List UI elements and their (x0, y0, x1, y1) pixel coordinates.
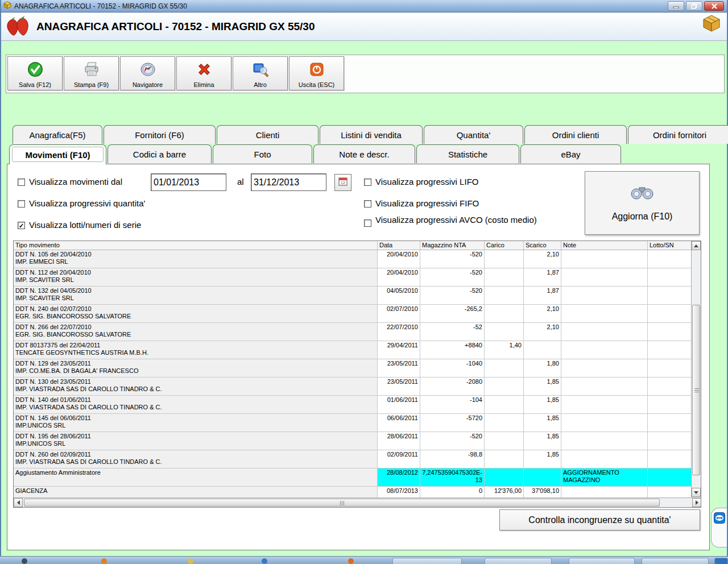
table-row[interactable]: DDT N. 140 del 01/06/2011IMP. VIASTRADA … (14, 396, 701, 414)
vertical-scroll-thumb[interactable] (692, 305, 700, 475)
toolbar-button-elimina[interactable]: Elimina (176, 56, 231, 90)
table-row[interactable]: DDT 80137375 del 22/04/2011TENCATE GEOSY… (14, 341, 701, 359)
tab-foto[interactable]: Foto (213, 144, 312, 163)
tab-movimenti-f10[interactable]: Movimenti (F10) (9, 144, 106, 164)
cell-data: 28/08/2012 (378, 468, 420, 486)
horizontal-scrollbar[interactable] (14, 497, 701, 507)
tab-ordini-clienti[interactable]: Ordini clienti (524, 125, 627, 144)
cell-tipo-movimento: DDT N. 132 del 04/05/2010IMP. SCAVITER S… (14, 287, 378, 304)
tab-fornitori-f6[interactable]: Fornitori (F6) (104, 125, 216, 144)
cell-data: 29/04/2011 (378, 341, 420, 359)
date-to-input[interactable] (251, 173, 326, 191)
cell-lotto-sn (648, 268, 692, 286)
remote-support-tab[interactable] (711, 508, 727, 548)
table-row[interactable]: DDT N. 130 del 23/05/2011IMP. VIASTRADA … (14, 378, 701, 396)
cell-note (561, 414, 648, 432)
tab-clienti[interactable]: Clienti (217, 125, 318, 144)
table-row[interactable]: Aggiustamento Amministratore28/08/20127,… (14, 468, 701, 487)
taskbar-app-icon[interactable] (348, 558, 354, 564)
taskbar-app-button[interactable] (485, 558, 552, 564)
aggiorna-button[interactable]: Aggiorna (F10) (585, 171, 700, 235)
column-header-lotto-sn[interactable]: Lotto/SN (648, 241, 692, 250)
taskbar-app-icon[interactable] (22, 558, 27, 564)
table-row[interactable]: DDT N. 145 del 06/06/2011IMP.UNICOS SRL0… (14, 414, 701, 432)
checkbox-visualizza-progressivi-avco-costo-medio[interactable] (364, 219, 371, 227)
column-header-data[interactable]: Data (378, 241, 420, 250)
tab-label: Quantita' (457, 130, 491, 140)
scroll-left-button[interactable] (14, 498, 23, 507)
restore-button[interactable] (686, 1, 702, 11)
tab-codici-a-barre[interactable]: Codici a barre (107, 144, 212, 163)
horizontal-scroll-thumb[interactable] (24, 499, 660, 507)
cell-tipo-movimento: DDT N. 112 del 20/04/2010IMP. SCAVITER S… (14, 268, 378, 286)
table-row[interactable]: DDT N. 129 del 23/05/2011IMP. CO.ME.BA. … (14, 359, 701, 378)
column-header-tipo-movimento[interactable]: Tipo movimento (14, 241, 378, 250)
column-header-note[interactable]: Note (561, 241, 648, 250)
table-row[interactable]: DDT N. 240 del 02/07/2010EGR. SIG. BIANC… (14, 305, 701, 323)
table-row[interactable]: GIACENZA08/07/2013012'376,0037'098,10 (14, 487, 701, 498)
table-row[interactable]: DDT N. 195 del 28/06/2011IMP.UNICOS SRL2… (14, 432, 701, 450)
toolbar-button-altro[interactable]: Altro (233, 56, 288, 90)
arrow-right-icon (696, 500, 698, 505)
close-button[interactable] (704, 1, 724, 11)
cell-data: 28/06/2011 (378, 432, 420, 450)
table-row[interactable]: DDT N. 132 del 04/05/2010IMP. SCAVITER S… (14, 287, 701, 305)
tab-note-e-descr[interactable]: Note e descr. (313, 144, 415, 163)
column-header-carico[interactable]: Carico (485, 241, 524, 250)
table-row[interactable]: DDT N. 105 del 20/04/2010IMP. EMMECI SRL… (14, 250, 701, 268)
toolbar-button-label: Stampa (F9) (74, 81, 109, 88)
taskbar-app-icon[interactable] (101, 558, 107, 564)
table-row[interactable]: DDT N. 112 del 20/04/2010IMP. SCAVITER S… (14, 268, 701, 287)
toolbar-button-salva-f12[interactable]: Salva (F12) (7, 56, 63, 90)
taskbar-app-icon[interactable] (188, 558, 193, 564)
cell-scarico: 1,80 (524, 359, 561, 377)
tab-listini-di-vendita[interactable]: Listini di vendita (320, 125, 423, 144)
toolbar-button-navigatore[interactable]: Navigatore (120, 56, 175, 90)
checkbox-visualizza-progressivi-lifo[interactable] (364, 179, 371, 186)
checkbox-visualizza-lotti-numeri-di-serie[interactable]: ✓ (18, 222, 25, 229)
tab-anagrafica-f5[interactable]: Anagrafica(F5) (13, 125, 102, 144)
table-header-row: Tipo movimentoDataMagazzino NTACaricoSca… (14, 241, 701, 250)
table-body: DDT N. 105 del 20/04/2010IMP. EMMECI SRL… (14, 250, 701, 498)
cell-lotto-sn (648, 250, 692, 268)
cell-scarico: 37'098,10 (524, 487, 561, 497)
minimize-button[interactable] (668, 1, 684, 11)
checkbox-visualizza-progressivi-fifo[interactable] (364, 200, 371, 208)
column-header-magazzino-nta[interactable]: Magazzino NTA (420, 241, 485, 250)
taskbar-app-button[interactable] (392, 558, 462, 564)
taskbar-app-icon[interactable] (262, 558, 267, 564)
table-row[interactable]: DDT N. 266 del 22/07/2010EGR. SIG. BIANC… (14, 323, 701, 341)
calendar-button[interactable]: 12 (334, 174, 351, 191)
date-from-input[interactable] (151, 173, 226, 191)
toolbar-button-uscita-esc[interactable]: Uscita (ESC) (289, 56, 344, 90)
cell-data: 01/06/2011 (378, 396, 420, 413)
toolbar-button-stampa-f9[interactable]: Stampa (F9) (64, 56, 119, 90)
table-row[interactable]: DDT N. 260 del 02/09/2011IMP. VIASTRADA … (14, 450, 701, 468)
scroll-up-button[interactable] (692, 241, 701, 250)
scroll-right-button[interactable] (692, 498, 701, 507)
taskbar-app-button[interactable] (569, 558, 635, 564)
column-header-scarico[interactable]: Scarico (524, 241, 561, 250)
toolbar-button-label: Salva (F12) (19, 81, 51, 88)
tab-ordini-fornitori[interactable]: Ordini fornitori (628, 125, 728, 144)
tab-quantita[interactable]: Quantita' (424, 125, 523, 144)
controlla-incongruenze-button[interactable]: Controlla incongruenze su quantita' (499, 509, 700, 530)
checkbox-visualizza-movimenti-dal[interactable] (18, 179, 25, 186)
cell-carico (485, 378, 524, 395)
tab-label: eBay (561, 150, 580, 159)
taskbar-app-button[interactable] (642, 558, 709, 564)
window-title: ANAGRAFICA ARTICOLI - 70152 - MIRAGRID G… (14, 2, 187, 10)
taskbar-strip (0, 556, 728, 564)
taskbar-app-button[interactable] (714, 558, 728, 564)
tab-statistiche[interactable]: Statistiche (416, 144, 519, 163)
checkbox-label-visualizza-movimenti-dal: Visualizza movimenti dal (29, 177, 122, 186)
scroll-down-button[interactable] (692, 488, 701, 497)
checkbox-visualizza-progressivi-quantita[interactable] (18, 200, 25, 208)
vertical-scrollbar[interactable] (691, 241, 701, 497)
tab-label: Listini di vendita (341, 130, 402, 140)
arrow-left-icon (17, 500, 20, 505)
cell-lotto-sn (648, 414, 692, 432)
cell-magazzino-nta: -2080 (420, 378, 485, 395)
cell-magazzino-nta: -104 (420, 396, 485, 413)
tab-ebay[interactable]: eBay (520, 144, 621, 163)
